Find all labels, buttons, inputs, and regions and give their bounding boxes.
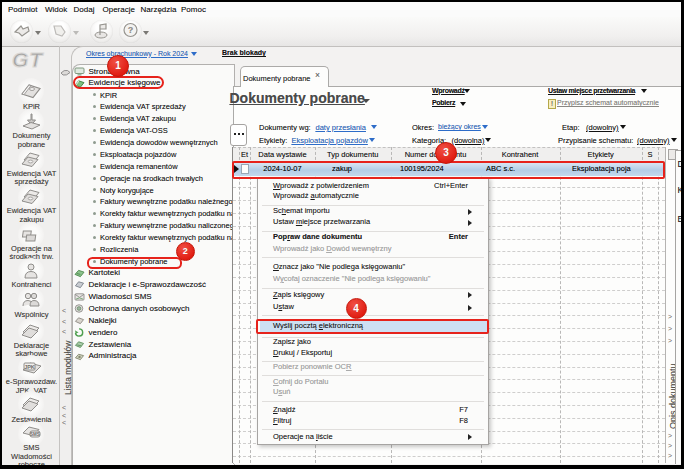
svg-text:SMS: SMS (30, 432, 40, 437)
svg-text:JPK: JPK (24, 364, 35, 370)
svg-text:?: ? (128, 25, 134, 35)
